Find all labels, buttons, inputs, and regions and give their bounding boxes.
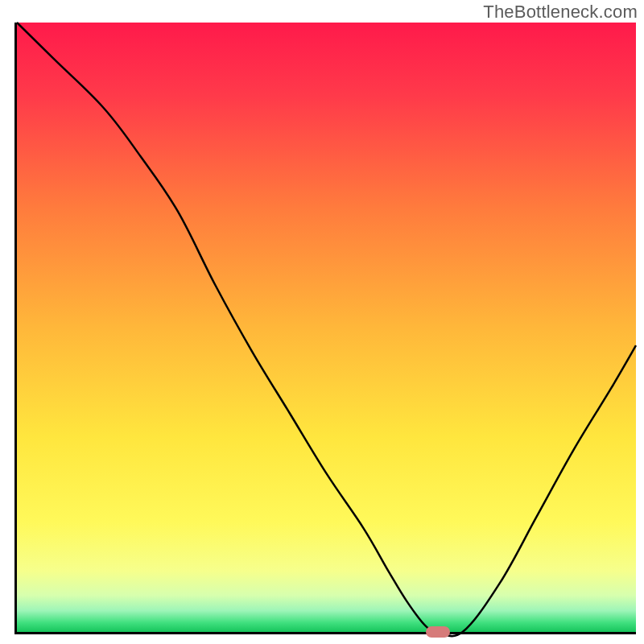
plot-area	[14, 23, 636, 634]
series-curve	[17, 23, 636, 632]
optimal-marker	[426, 626, 450, 638]
watermark-text: TheBottleneck.com	[483, 2, 638, 23]
chart-frame: TheBottleneck.com	[0, 0, 644, 644]
